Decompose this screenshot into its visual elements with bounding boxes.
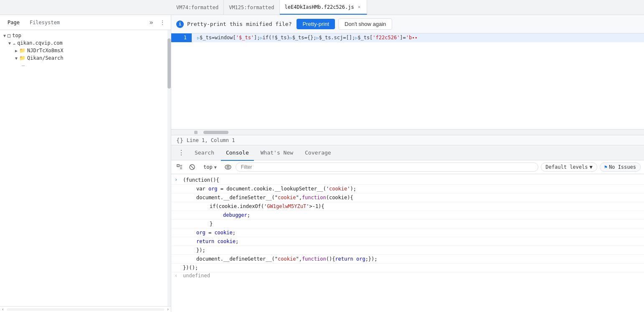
- sidebar-scrollbar[interactable]: [167, 30, 171, 306]
- console-row-7: return cookie;: [171, 237, 644, 246]
- file-tree: ▼ □ top ▼ ☁ qikan.cqvip.com ▶ 📁 NJDrTcXo…: [0, 30, 171, 71]
- console-line-7: return cookie;: [183, 238, 238, 245]
- code-empty-space: [171, 42, 644, 129]
- tree-label-qikan: qikan.cqvip.com: [17, 40, 62, 46]
- console-line-3: if(cookie.indexOf('GW1gelwM5YZuT'>-1){: [183, 203, 325, 210]
- sidebar-tab-filesystem[interactable]: Filesystem: [25, 18, 64, 27]
- line-number-1: 1: [171, 33, 192, 42]
- tree-arrow-qikan: ▼: [8, 41, 11, 46]
- svg-rect-0: [177, 165, 179, 167]
- code-hscroll: [171, 129, 644, 135]
- no-issues-label: No Issues: [609, 164, 636, 170]
- console-toolbar: top ▼ Default levels ▼ ⚑ No Issues: [171, 160, 644, 174]
- console-row-10: })();: [171, 264, 644, 272]
- no-issues-button[interactable]: ⚑ No Issues: [600, 162, 641, 172]
- console-line-5: }: [183, 220, 213, 228]
- tree-item-partial[interactable]: —: [0, 62, 171, 69]
- console-row-6: org = cookie;: [171, 228, 644, 237]
- cursor-position: Line 1, Column 1: [187, 137, 235, 143]
- console-spacer-6: [175, 229, 183, 229]
- tree-label-njdr: NJDrTcXo8msX: [27, 48, 63, 53]
- code-editor: 1 ▷$_ts=window['$_ts'];▷if(!$_ts)▷$_ts={…: [171, 33, 644, 135]
- tree-arrow-qikan-search: ▼: [15, 56, 18, 61]
- console-input-arrow: ›: [175, 176, 183, 183]
- levels-button[interactable]: Default levels ▼: [541, 162, 597, 172]
- console-row-3: if(cookie.indexOf('GW1gelwM5YZuT'>-1){: [171, 202, 644, 211]
- folder-icon-qikan-search: 📁: [19, 55, 25, 61]
- tree-partial-icon: —: [22, 63, 25, 68]
- svg-line-5: [190, 165, 194, 169]
- console-row-0: › (function(){: [171, 176, 644, 185]
- console-spacer-10: [175, 264, 183, 264]
- hscroll-right[interactable]: ›: [166, 307, 170, 312]
- tab-whats-new[interactable]: What's New: [256, 148, 298, 157]
- console-line-2: document.__defineSetter__("cookie",funct…: [183, 194, 353, 201]
- console-spacer-9: [175, 255, 183, 256]
- tab-console[interactable]: Console: [221, 148, 254, 157]
- console-result-value: undefined: [183, 273, 210, 280]
- pretty-print-banner: i Pretty-print this minified file? Prett…: [171, 15, 644, 33]
- filter-input[interactable]: [236, 162, 539, 172]
- result-arrow: ‹: [175, 273, 183, 280]
- console-row-5: }: [171, 220, 644, 228]
- tab-vm74[interactable]: VM74:formatted: [171, 0, 224, 15]
- tab-vm125-label: VM125:formatted: [229, 5, 274, 10]
- sidebar: Page Filesystem » ⋮ ▼ □ top ▼ ☁: [0, 15, 171, 312]
- console-spacer-2: [175, 194, 183, 194]
- dont-show-again-button[interactable]: Don't show again: [338, 18, 392, 30]
- console-row-4: debugger;: [171, 211, 644, 220]
- sidebar-tab-bar: Page Filesystem » ⋮: [0, 15, 171, 30]
- tree-wrapper: ▼ □ top ▼ ☁ qikan.cqvip.com ▶ 📁 NJDrTcXo…: [0, 30, 171, 306]
- hscroll-left[interactable]: ‹: [1, 307, 5, 312]
- tab-lee4dk[interactable]: leE4DkIasHMb.f22c526.js ✕: [280, 0, 368, 15]
- console-row-1: var org = document.cookie.__lookupSetter…: [171, 185, 644, 193]
- tab-search[interactable]: Search: [190, 148, 219, 157]
- hscroll-track[interactable]: [7, 308, 164, 311]
- cloud-icon: ☁: [13, 40, 15, 46]
- console-spacer-1: [175, 185, 183, 185]
- tree-label-top: top: [12, 33, 21, 38]
- code-hscroll-thumb[interactable]: [203, 131, 228, 134]
- context-arrow-icon: ▼: [214, 165, 217, 170]
- console-spacer-8: [175, 246, 183, 247]
- context-label: top: [203, 164, 213, 170]
- sidebar-more-button[interactable]: »: [147, 18, 156, 27]
- flag-icon: ⚑: [604, 164, 607, 170]
- hscroll-left-btn[interactable]: [194, 131, 198, 134]
- tab-close-lee4dk[interactable]: ✕: [357, 4, 362, 10]
- console-line-0: (function(){: [183, 176, 219, 184]
- levels-arrow-icon: ▼: [590, 164, 593, 170]
- console-result-row: ‹ undefined: [171, 272, 644, 281]
- tab-vm125[interactable]: VM125:formatted: [224, 0, 279, 15]
- tab-lee4dk-label: leE4DkIasHMb.f22c526.js: [285, 4, 354, 10]
- sidebar-scrollbar-thumb: [167, 38, 171, 89]
- tree-item-top[interactable]: ▼ □ top: [0, 32, 171, 39]
- clear-console-button[interactable]: [187, 162, 197, 172]
- tab-bar: VM74:formatted VM125:formatted leE4DkIas…: [0, 0, 644, 15]
- execute-icon[interactable]: [175, 162, 185, 172]
- sidebar-hscroll: ‹ ›: [0, 306, 171, 312]
- console-line-10: })();: [183, 264, 198, 271]
- eye-button[interactable]: [223, 162, 233, 172]
- console-line-8: });: [183, 246, 205, 254]
- console-spacer-5: [175, 220, 183, 221]
- format-braces-button[interactable]: {}: [176, 137, 183, 144]
- pretty-print-button[interactable]: Pretty-print: [297, 19, 335, 29]
- tree-item-qikan[interactable]: ▼ ☁ qikan.cqvip.com: [0, 39, 171, 47]
- line-content-1: ▷$_ts=window['$_ts'];▷if(!$_ts)▷$_ts={};…: [192, 33, 418, 42]
- console-spacer-3: [175, 203, 183, 203]
- console-spacer-7: [175, 238, 183, 238]
- tree-item-qikan-search[interactable]: ▼ 📁 Qikan/Search: [0, 54, 171, 62]
- console-line-4: debugger;: [183, 211, 250, 219]
- tree-item-njdr[interactable]: ▶ 📁 NJDrTcXo8msX: [0, 47, 171, 54]
- tree-icon-top: □: [8, 33, 10, 38]
- console-line-6: org = cookie;: [183, 229, 236, 236]
- tab-coverage[interactable]: Coverage: [300, 148, 336, 157]
- context-selector[interactable]: top ▼: [200, 163, 221, 171]
- bottom-tabs-menu[interactable]: ⋮: [175, 148, 188, 157]
- console-line-9: document.__defineGetter__("cookie",funct…: [183, 255, 378, 263]
- code-line-1: 1 ▷$_ts=window['$_ts'];▷if(!$_ts)▷$_ts={…: [171, 33, 644, 42]
- console-row-8: });: [171, 246, 644, 255]
- sidebar-kebab-button[interactable]: ⋮: [157, 19, 167, 26]
- sidebar-tab-page[interactable]: Page: [3, 18, 24, 27]
